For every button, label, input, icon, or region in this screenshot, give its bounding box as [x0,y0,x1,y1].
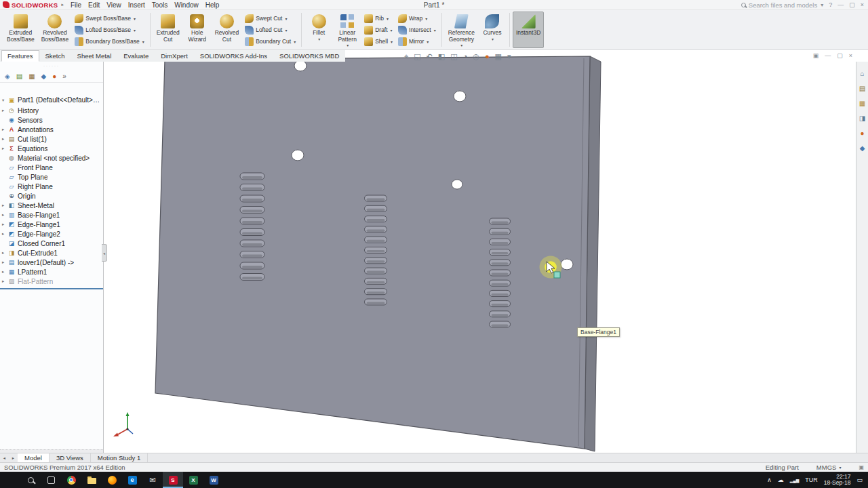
help-icon[interactable]: ? [829,1,832,8]
tab-evaluate[interactable]: Evaluate [117,50,155,62]
tree-item-flat-pattern[interactable]: ▸▨Flat-Pattern [0,277,103,286]
tab-sheet-metal[interactable]: Sheet Metal [71,50,118,62]
hole[interactable] [292,150,304,161]
mail-icon[interactable]: ✉ [142,472,163,488]
language-indicator[interactable]: TUR [805,476,818,483]
tree-item-equations[interactable]: ▸ΣEquations [0,144,103,153]
resources-icon[interactable]: ⌂ [860,70,864,77]
linear-pattern-button[interactable]: LinearPattern▾ [333,12,361,48]
close-icon[interactable]: × [861,1,864,8]
edit-appearance-icon[interactable]: ● [485,52,490,60]
status-tag-icon[interactable]: ▣ [859,464,864,470]
zoom-to-area-icon[interactable]: ◱ [414,52,420,60]
menu-window[interactable]: Window [171,1,202,9]
minimize-icon[interactable]: — [837,1,844,8]
maximize-icon[interactable]: ▢ [849,1,855,8]
tree-item-material-not-specified[interactable]: ◍Material <not specified> [0,153,103,163]
revolved-cut-button[interactable]: RevolvedCut [212,12,242,48]
tree-item-top-plane[interactable]: ▱Top Plane [0,172,103,182]
tree-item-edge-flange2[interactable]: ▸◩Edge-Flange2 [0,229,103,239]
chrome-icon[interactable] [61,472,81,488]
panel-drag-handle[interactable]: ······ [0,62,103,68]
task-view-button[interactable] [41,472,61,488]
search-box[interactable]: Search files and models ▾ [741,1,823,9]
doc-tab-model[interactable]: Model [18,453,50,462]
tab-scroll-right-icon[interactable]: ▸ [9,453,18,462]
menu-insert[interactable]: Insert [125,1,149,9]
view-settings-icon[interactable]: ▾ [507,52,511,60]
swept-boss-base-button[interactable]: Swept Boss/Base▾ [73,14,145,24]
expand-arrow-icon[interactable]: ▸ [2,222,7,227]
tree-item-louver1-default[interactable]: ▸▤louver1(Default) -> [0,258,103,267]
tree-item-sheet-metal[interactable]: ▸◧Sheet-Metal [0,201,103,210]
tree-item-closed-corner1[interactable]: ◪Closed Corner1 [0,239,103,248]
expand-arrow-icon[interactable]: ▸ [2,108,7,113]
displaymanager-tab-icon[interactable]: ● [52,73,56,81]
panel-tabs-overflow-icon[interactable]: » [62,73,66,81]
doc-minimize-icon[interactable]: — [825,52,831,59]
network-icon[interactable]: ▂▄▆ [790,478,799,483]
file-explorer-icon[interactable]: ▦ [859,100,865,107]
rib-button[interactable]: Rib▾ [363,14,394,24]
expand-arrow-icon[interactable]: ▸ [2,146,7,151]
menu-pin-icon[interactable]: ▸ [61,2,64,7]
section-view-icon[interactable]: ◧ [438,52,445,60]
hole[interactable] [452,180,462,189]
hidden-icons-chevron[interactable]: ∧ [767,476,772,483]
tree-item-base-flange1[interactable]: ▸▥Base-Flange1 [0,210,103,220]
expand-arrow-icon[interactable]: ▾ [2,98,7,103]
shell-button[interactable]: Shell▾ [363,37,394,47]
tab-scroll-left-icon[interactable]: ◂ [0,453,9,462]
tree-item-cut-extrude1[interactable]: ▸◨Cut-Extrude1 [0,248,103,258]
tree-item-origin[interactable]: ⊕Origin [0,191,103,201]
firefox-icon[interactable] [102,472,122,488]
selection-handle[interactable] [554,272,560,278]
panel-splitter-tab[interactable]: ◂ [102,244,107,262]
view-palette-icon[interactable]: ◨ [859,115,865,122]
dropdown-arrow-icon[interactable]: ▾ [318,37,320,43]
view-orientation-icon[interactable]: ◫ [450,52,457,60]
mirror-button[interactable]: Mirror▾ [397,37,437,47]
tab-solidworks-mbd[interactable]: SOLIDWORKS MBD [273,50,345,62]
search-button[interactable] [20,472,41,488]
menu-tools[interactable]: Tools [149,1,171,9]
tab-sketch[interactable]: Sketch [39,50,71,62]
onedrive-icon[interactable]: ☁ [778,476,784,483]
expand-arrow-icon[interactable]: ▸ [2,260,7,265]
solidworks-taskbar-icon[interactable]: S [163,472,183,488]
word-icon[interactable]: W [203,472,224,488]
draft-button[interactable]: Draft▾ [363,25,394,35]
expand-arrow-icon[interactable]: ▸ [2,231,7,237]
tree-item-annotations[interactable]: ▸AAnnotations [0,125,103,134]
tab-dimxpert[interactable]: DimXpert [155,50,194,62]
lofted-boss-base-button[interactable]: Lofted Boss/Base▾ [73,25,145,35]
menu-edit[interactable]: Edit [85,1,103,9]
expand-arrow-icon[interactable]: ▸ [2,136,7,142]
propertymanager-tab-icon[interactable]: ▤ [16,73,22,81]
units-selector[interactable]: MMGS ▾ [816,464,842,471]
rollback-bar[interactable] [0,288,103,289]
menu-file[interactable]: File [67,1,85,9]
tree-item-lpattern1[interactable]: ▸▦LPattern1 [0,267,103,277]
tree-root-part[interactable]: ▾▣Part1 (Default<<Default>_Display State [0,95,103,105]
dimxpertmanager-tab-icon[interactable]: ◆ [41,73,47,81]
expand-arrow-icon[interactable]: ▸ [2,127,7,132]
featuremanager-tab-icon[interactable]: ◈ [5,73,10,81]
edge-icon[interactable]: e [122,472,142,488]
reference-geometry-button[interactable]: ReferenceGeometry▾ [445,12,478,48]
dropdown-arrow-icon[interactable]: ▾ [492,37,494,43]
zoom-to-fit-icon[interactable]: ⌖ [404,52,408,60]
doc-tab-motion-study-1[interactable]: Motion Study 1 [91,453,148,462]
instant3d-button[interactable]: Instant3D [513,12,544,48]
tree-item-cut-list-1[interactable]: ▸▤Cut list(1) [0,134,103,144]
menu-view[interactable]: View [103,1,125,9]
tree-item-edge-flange1[interactable]: ▸◩Edge-Flange1 [0,220,103,229]
wrap-button[interactable]: Wrap▾ [397,14,437,24]
configurationmanager-tab-icon[interactable]: ▦ [28,73,35,81]
hole-wizard-button[interactable]: HoleWizard [183,12,212,48]
excel-icon[interactable]: X [183,472,203,488]
louver-column-1[interactable] [365,195,387,305]
hole[interactable] [294,60,307,71]
tab-solidworks-add-ins[interactable]: SOLIDWORKS Add-Ins [194,50,273,62]
tree-item-front-plane[interactable]: ▱Front Plane [0,163,103,172]
